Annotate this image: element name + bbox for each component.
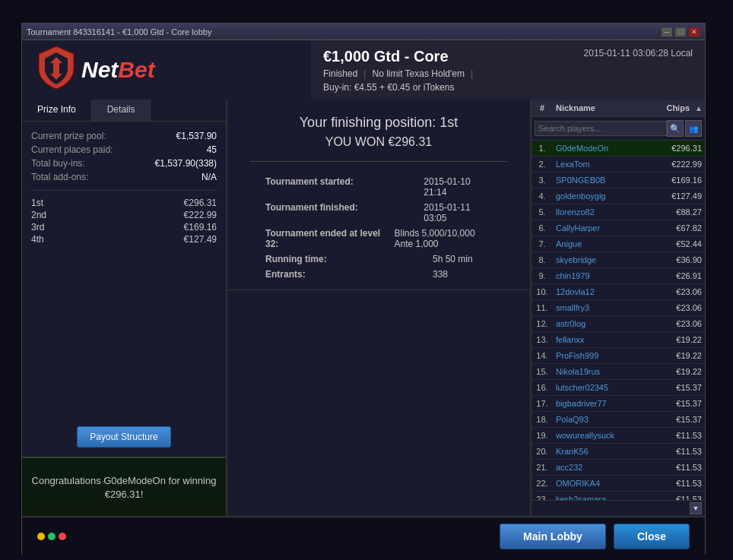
total-addons-row: Total add-ons: N/A [31,170,217,184]
prize-pool-row: Current prize pool: €1,537.90 [31,129,217,143]
player-name: goldenboygig [553,188,652,204]
player-row[interactable]: 23.kesh2samara€11.53 [532,492,705,500]
footer-close-button[interactable]: Close [614,524,690,549]
place-amount-2: €222.99 [184,210,217,220]
players-icon-button[interactable]: 👥 [685,120,702,137]
search-bar: 🔍 👥 [532,117,705,141]
player-name: smallfry3 [553,300,652,315]
close-window-button[interactable]: ✕ [688,27,700,37]
player-row[interactable]: 9.chin1979€26.91 [532,268,705,284]
player-name: LexaTom [553,157,652,172]
player-row[interactable]: 12.astr0log€23.06 [532,316,705,332]
detail-value-2: Blinds 5,000/10,000 Ante 1,000 [394,228,492,249]
scroll-up-arrow[interactable]: ▲ [693,100,705,116]
logo-shield-icon [37,45,75,96]
detail-value-0: 2015-01-10 21:14 [424,176,492,198]
player-rank: 10. [532,284,553,299]
total-buyins-row: Total buy-ins: €1,537.90(338) [31,157,217,170]
player-chips: €23.06 [652,284,705,299]
search-input[interactable] [535,121,667,136]
status-dot-red [59,533,66,540]
detail-row-4: Entrants: 338 [265,267,492,282]
player-chips: €11.53 [652,428,705,443]
player-name: kesh2samara [553,492,652,500]
player-rank: 21. [532,460,553,475]
minimize-button[interactable]: ─ [661,27,673,37]
place-row-2: 2nd €222.99 [31,209,217,221]
player-name: acc232 [553,460,652,475]
player-row[interactable]: 4.goldenboygig€127.49 [532,188,705,204]
main-lobby-button[interactable]: Main Lobby [500,524,606,549]
player-row[interactable]: 14.ProFish999€19.22 [532,348,705,364]
player-name: Anigue [553,236,652,252]
player-row[interactable]: 19.wowureallysuck€11.53 [532,428,705,444]
player-rank: 3. [532,172,553,188]
place-row-4: 4th €127.49 [31,233,217,245]
player-rank: 19. [532,428,553,443]
player-chips: €15.37 [652,380,705,395]
status-badge: Finished [323,68,357,79]
player-chips: €67.82 [652,220,705,236]
player-rank: 14. [532,348,553,363]
players-icon: 👥 [689,125,698,133]
player-chips: €52.44 [652,236,705,252]
player-row[interactable]: 5.llorenzo82€88.27 [532,204,705,220]
player-chips: €19.22 [652,332,705,347]
player-row[interactable]: 20.KranK56€11.53 [532,444,705,460]
payout-structure-button[interactable]: Payout Structure [77,426,170,448]
player-chips: €169.16 [652,172,705,188]
player-row[interactable]: 1.G0deModeOn€296.31 [532,141,705,157]
player-row[interactable]: 17.bigbadriver77€15.37 [532,396,705,412]
tab-prize-info[interactable]: Prize Info [22,100,92,121]
left-panel: Prize Info Details Current prize pool: €… [22,100,227,516]
player-name: bigbadriver77 [553,396,652,411]
player-row[interactable]: 21.acc232€11.53 [532,460,705,476]
player-name: SP0NGEB0B [553,172,652,188]
tab-details[interactable]: Details [92,100,151,121]
place-label-2: 2nd [31,210,46,220]
detail-label-0: Tournament started: [265,176,424,198]
player-rank: 23. [532,492,553,500]
player-name: CallyHarper [553,220,652,236]
player-rank: 6. [532,220,553,236]
player-row[interactable]: 11.smallfry3€23.06 [532,300,705,316]
player-row[interactable]: 22.OMORIKA4€11.53 [532,476,705,492]
netbet-logo: NetBet [37,45,155,96]
main-content: Your finishing position: 1st YOU WON €29… [227,100,530,516]
player-name: KranK56 [553,444,652,459]
player-chips: €36.90 [652,252,705,267]
total-addons-value: N/A [201,172,217,182]
player-row[interactable]: 7.Anigue€52.44 [532,236,705,252]
player-row[interactable]: 3.SP0NGEB0B€169.16 [532,172,705,188]
place-amount-1: €296.31 [184,198,217,208]
player-row[interactable]: 2.LexaTom€222.99 [532,157,705,172]
scroll-down-button[interactable]: ▼ [690,502,702,514]
inner-header: NetBet €1,000 Gtd - Core 2015-01-11 03:0… [22,40,705,100]
player-row[interactable]: 6.CallyHarper€67.82 [532,220,705,236]
scroll-down-area: ▼ [532,500,705,516]
player-rank: 4. [532,188,553,204]
places-paid-value: 45 [207,144,217,155]
player-rank: 11. [532,300,553,315]
status-dots [37,533,66,540]
player-row[interactable]: 18.PolaQ93€15.37 [532,412,705,428]
title-bar-text: Tournament 843316141 - €1,000 Gtd - Core… [27,27,211,36]
tournament-info-block: €1,000 Gtd - Core 2015-01-11 03:06:28 Lo… [311,40,705,100]
player-name: wowureallysuck [553,428,652,443]
player-row[interactable]: 10.12dovla12€23.06 [532,284,705,300]
search-icon-button[interactable]: 🔍 [667,120,684,137]
player-rank: 15. [532,364,553,379]
tournament-title: €1,000 Gtd - Core [323,48,449,65]
detail-value-1: 2015-01-11 03:05 [424,202,492,223]
total-buyins-label: Total buy-ins: [31,158,85,169]
main-window: Tournament 843316141 - €1,000 Gtd - Core… [21,23,706,555]
player-row[interactable]: 16.lutscher02345€15.37 [532,380,705,396]
detail-row-3: Running time: 5h 50 min [265,252,492,267]
restore-button[interactable]: □ [674,27,687,37]
congrats-area: Congratulations G0deModeOn for winning €… [22,457,226,516]
game-type: No limit Texas Hold'em [372,68,464,79]
places-paid-row: Current places paid: 45 [31,143,217,157]
player-row[interactable]: 8.skyebridge€36.90 [532,252,705,268]
player-row[interactable]: 13.fellanxx€19.22 [532,332,705,348]
player-row[interactable]: 15.Nikola19rus€19.22 [532,364,705,380]
